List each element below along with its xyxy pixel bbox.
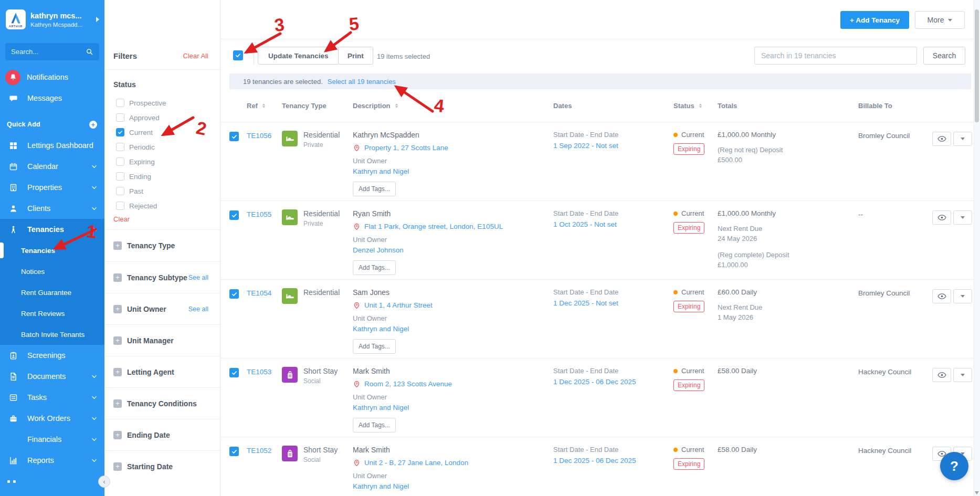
add-tags-button[interactable]: Add Tags... bbox=[353, 260, 396, 275]
sidebar-subitem[interactable]: Rent Reviews bbox=[0, 303, 104, 324]
property-link[interactable]: Unit 1, 4 Arthur Street bbox=[364, 301, 433, 309]
checkbox[interactable] bbox=[116, 172, 124, 181]
unit-owner-link[interactable]: Kathryn and Nigel bbox=[353, 167, 409, 175]
checkbox[interactable] bbox=[116, 143, 124, 151]
property-link[interactable]: Flat 1 Park, Orange street, London, E105… bbox=[364, 223, 503, 230]
print-button[interactable]: Print bbox=[338, 47, 373, 65]
filter-section[interactable]: + Letting Agent bbox=[104, 356, 220, 387]
preview-button[interactable] bbox=[932, 368, 951, 382]
filter-section[interactable]: + Unit Manager bbox=[104, 324, 220, 356]
select-all-19-link[interactable]: Select all 19 tenancies bbox=[328, 78, 396, 86]
add-tags-button[interactable]: Add Tags... bbox=[353, 339, 396, 354]
preview-button[interactable] bbox=[932, 132, 951, 146]
checkbox[interactable] bbox=[116, 113, 124, 122]
checkbox[interactable] bbox=[116, 202, 124, 210]
sidebar-subitem[interactable]: Batch Invite Tenants bbox=[0, 324, 104, 345]
scrollbar-thumb[interactable] bbox=[975, 9, 979, 122]
column-header[interactable]: Ref bbox=[247, 102, 282, 110]
see-all-link[interactable]: See all bbox=[188, 305, 208, 313]
collapse-sidebar-button[interactable]: ‹ bbox=[98, 476, 110, 488]
filter-section[interactable]: + Tenancy Type bbox=[104, 230, 220, 261]
sidebar-subitem[interactable]: Notices bbox=[0, 261, 104, 282]
search-tenancies-input[interactable] bbox=[754, 47, 917, 65]
row-checkbox[interactable] bbox=[229, 447, 239, 456]
property-link[interactable]: Room 2, 123 Scotts Avenue bbox=[364, 380, 452, 388]
checkbox[interactable] bbox=[116, 157, 124, 166]
search-button[interactable]: Search bbox=[923, 47, 965, 65]
column-header[interactable]: Dates bbox=[553, 102, 673, 110]
column-header[interactable]: Totals bbox=[718, 102, 858, 110]
filter-section[interactable]: + Ending Date bbox=[104, 419, 220, 450]
sidebar-item[interactable]: Reports bbox=[0, 450, 104, 471]
checkbox[interactable] bbox=[116, 187, 124, 195]
scrollbar-down-arrow[interactable] bbox=[975, 491, 979, 494]
clear-all-filters-link[interactable]: Clear All bbox=[183, 52, 208, 60]
filter-section[interactable]: + Starting Date bbox=[104, 450, 220, 482]
status-filter-option[interactable]: Past bbox=[104, 184, 220, 198]
row-menu-button[interactable] bbox=[953, 132, 972, 146]
see-all-link[interactable]: See all bbox=[188, 274, 208, 281]
unit-owner-link[interactable]: Kathryn and Nigel bbox=[353, 482, 409, 490]
property-link[interactable]: Property 1, 27 Scotts Lane bbox=[364, 144, 448, 152]
dates-link[interactable]: 1 Dec 2025 - Not set bbox=[553, 299, 618, 307]
sidebar-item-notifications[interactable]: Notifications bbox=[0, 67, 104, 88]
dates-link[interactable]: 1 Dec 2025 - 06 Dec 2025 bbox=[553, 457, 636, 465]
clear-status-link[interactable]: Clear bbox=[113, 215, 220, 223]
column-header[interactable]: Status bbox=[673, 102, 718, 110]
row-checkbox[interactable] bbox=[229, 368, 239, 377]
sidebar-item-messages[interactable]: Messages bbox=[0, 88, 104, 109]
sidebar-item[interactable]: Work Orders bbox=[0, 408, 104, 429]
row-checkbox[interactable] bbox=[229, 210, 239, 220]
select-all-checkbox[interactable] bbox=[233, 50, 243, 60]
add-tags-button[interactable]: Add Tags... bbox=[353, 182, 396, 196]
dates-link[interactable]: 1 Dec 2025 - 06 Dec 2025 bbox=[553, 378, 636, 386]
help-button[interactable]: ? bbox=[940, 452, 968, 480]
unit-owner-link[interactable]: Kathryn and Nigel bbox=[353, 404, 409, 411]
expand-plus-icon[interactable]: + bbox=[113, 431, 122, 439]
status-filter-option[interactable]: Periodic bbox=[104, 140, 220, 154]
sidebar-subitem[interactable]: Tenancies bbox=[0, 240, 104, 261]
expand-plus-icon[interactable]: + bbox=[113, 336, 122, 345]
sidebar-search[interactable] bbox=[5, 43, 99, 60]
filter-section[interactable]: + Unit Owner See all bbox=[104, 293, 220, 324]
column-header[interactable]: Description bbox=[353, 102, 553, 110]
sidebar-item-tenancies[interactable]: Tenancies bbox=[0, 219, 104, 240]
status-filter-option[interactable]: Ending bbox=[104, 169, 220, 184]
sidebar-item[interactable]: Calendar bbox=[0, 156, 104, 177]
expand-plus-icon[interactable]: + bbox=[113, 273, 122, 282]
update-tenancies-button[interactable]: Update Tenancies bbox=[258, 47, 339, 65]
add-tenancy-button[interactable]: + Add Tenancy bbox=[840, 11, 909, 29]
more-button[interactable]: More bbox=[915, 11, 965, 29]
row-checkbox[interactable] bbox=[229, 132, 239, 141]
tenancy-ref-link[interactable]: TE1056 bbox=[247, 132, 271, 140]
preview-button[interactable] bbox=[932, 289, 951, 303]
expand-plus-icon[interactable]: + bbox=[113, 305, 122, 313]
tenancy-ref-link[interactable]: TE1055 bbox=[247, 210, 271, 218]
filter-section[interactable]: + Tenancy Conditions bbox=[104, 387, 220, 419]
expand-plus-icon[interactable]: + bbox=[113, 368, 122, 376]
quick-add[interactable]: Quick Add + bbox=[0, 114, 104, 135]
tenancy-ref-link[interactable]: TE1054 bbox=[247, 289, 271, 297]
status-filter-option[interactable]: Prospective bbox=[104, 96, 220, 110]
unit-owner-link[interactable]: Denzel Johnson bbox=[353, 246, 404, 254]
tenancy-ref-link[interactable]: TE1053 bbox=[247, 368, 271, 376]
sidebar-item[interactable]: Lettings Dashboard bbox=[0, 135, 104, 156]
sidebar-subitem[interactable]: Rent Guarantee bbox=[0, 282, 104, 303]
row-menu-button[interactable] bbox=[953, 210, 972, 225]
expand-plus-icon[interactable]: + bbox=[113, 241, 122, 250]
account-switcher[interactable]: ARTHUR kathryn mcs... Kathryn Mcspadd... bbox=[0, 0, 104, 38]
sidebar-item[interactable]: Documents bbox=[0, 366, 104, 387]
preview-button[interactable] bbox=[932, 210, 951, 225]
sort-icon[interactable] bbox=[698, 102, 703, 109]
add-tags-button[interactable]: Add Tags... bbox=[353, 418, 396, 432]
status-filter-option[interactable]: Current bbox=[104, 125, 220, 140]
plus-circle-icon[interactable]: + bbox=[89, 121, 97, 129]
row-menu-button[interactable] bbox=[953, 289, 972, 303]
checkbox[interactable] bbox=[116, 128, 124, 136]
sidebar-item[interactable]: Screenings bbox=[0, 345, 104, 366]
column-header[interactable]: Billable To bbox=[858, 102, 932, 110]
row-checkbox[interactable] bbox=[229, 289, 239, 299]
status-filter-option[interactable]: Expiring bbox=[104, 154, 220, 169]
tenancy-ref-link[interactable]: TE1052 bbox=[247, 447, 271, 455]
vertical-scrollbar[interactable] bbox=[974, 0, 980, 496]
